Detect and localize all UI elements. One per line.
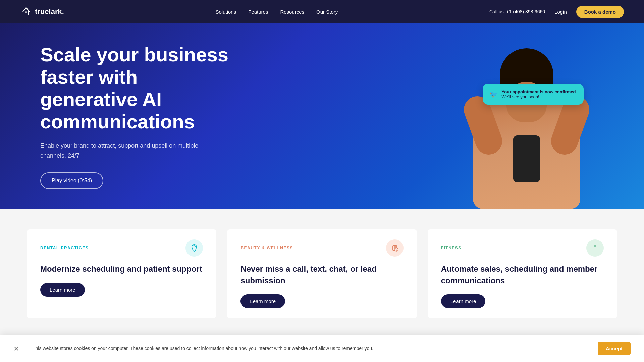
card-fitness-learn-btn[interactable]: Learn more [441,294,486,308]
hero-content: Scale your business faster with generati… [0,23,235,209]
logo-text: truelark. [35,7,64,16]
cookie-close-button[interactable]: ✕ [13,345,19,345]
card-beauty-learn-btn[interactable]: Learn more [240,294,285,308]
notification-bubble: 🐦 Your appointment is now confirmed. We'… [483,84,584,105]
card-fitness-icon [586,239,604,257]
nav-right: Call us: +1 (408) 898-9660 Login Book a … [489,6,624,18]
hero-subtitle: Enable your brand to attract, support an… [40,141,208,161]
nav-resources[interactable]: Resources [280,9,304,15]
card-dental-icon [185,239,203,257]
card-dental-learn-btn[interactable]: Learn more [40,283,85,297]
book-demo-button[interactable]: Book a demo [576,6,624,18]
card-dental-header: DENTAL PRACTICES [40,239,203,257]
card-dental-category: DENTAL PRACTICES [40,246,89,250]
card-dental-title: Modernize scheduling and patient support [40,263,203,275]
card-dental: DENTAL PRACTICES Modernize scheduling an… [27,229,216,318]
card-fitness-header: FITNESS [441,239,604,257]
hero-title: Scale your business faster with generati… [40,44,235,133]
card-beauty-icon [386,239,404,257]
card-beauty-title: Never miss a call, text, chat, or lead s… [240,263,403,286]
card-beauty-header: BEAUTY & WELLNESS [240,239,403,257]
play-video-button[interactable]: Play video (0:54) [40,172,103,189]
notif-text: Your appointment is now confirmed. We'll… [502,89,577,99]
card-beauty: BEAUTY & WELLNESS Never miss a call, tex… [227,229,417,318]
nav-links: Solutions Features Resources Our Story [215,9,338,15]
card-fitness-title: Automate sales, scheduling and member co… [441,263,604,286]
nav-phone: Call us: +1 (408) 898-9660 [489,9,545,14]
hero-section: Scale your business faster with generati… [0,0,644,209]
nav-solutions[interactable]: Solutions [215,9,236,15]
card-beauty-category: BEAUTY & WELLNESS [240,246,293,250]
card-fitness-category: FITNESS [441,246,462,250]
nav-login[interactable]: Login [554,9,567,15]
navbar: truelark. Solutions Features Resources O… [0,0,644,23]
nav-features[interactable]: Features [248,9,268,15]
card-fitness: FITNESS Automate sales, scheduling and m… [428,229,617,318]
svg-point-3 [594,245,596,247]
logo[interactable]: truelark. [20,6,64,18]
svg-point-0 [25,11,27,13]
cards-section: DENTAL PRACTICES Modernize scheduling an… [0,209,644,345]
logo-icon [20,6,32,18]
cookie-banner: ✕ This website stores cookies on your co… [0,335,644,345]
nav-our-story[interactable]: Our Story [316,9,338,15]
cookie-accept-button[interactable]: Accept [598,342,631,345]
notif-icon: 🐦 [489,90,498,98]
hero-image: 🐦 Your appointment is now confirmed. We'… [443,23,610,209]
svg-point-2 [395,248,398,251]
